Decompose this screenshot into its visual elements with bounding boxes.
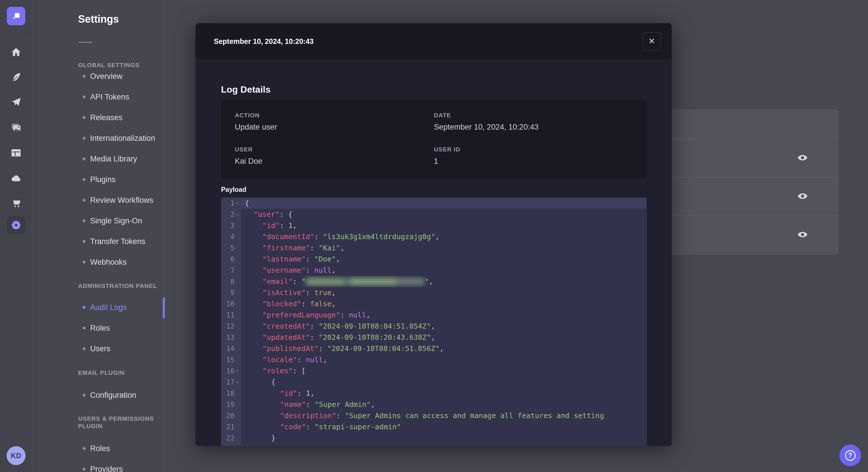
bullet-icon	[83, 96, 86, 98]
sidebar-item-audit-logs[interactable]: Audit Logs	[32, 297, 165, 318]
token-p: ,	[293, 222, 297, 230]
sidebar-item-roles[interactable]: Roles	[32, 438, 165, 459]
line-number-gutter: 18	[221, 388, 241, 399]
section-label: EMAIL PLUGIN	[78, 369, 165, 376]
rail-item-media-library[interactable]	[0, 118, 32, 136]
view-log-button[interactable]	[797, 229, 809, 241]
line-number: 11	[226, 311, 235, 319]
modal-title: September 10, 2024, 10:20:43	[214, 37, 313, 45]
line-number: 22	[226, 434, 235, 442]
code-content: "isActive": true,	[241, 287, 647, 298]
view-log-button[interactable]	[797, 152, 809, 164]
line-number-gutter: 9	[221, 287, 241, 298]
line-number-gutter: 7	[221, 265, 241, 276]
line-number: 16	[226, 367, 235, 375]
sidebar-item-label: Internationalization	[90, 134, 155, 143]
token-p: :	[280, 210, 288, 218]
token-p: [	[301, 367, 306, 375]
sidebar-item-single-sign-on[interactable]: Single Sign-On	[32, 210, 165, 231]
view-log-button[interactable]	[797, 191, 809, 203]
eye-icon	[797, 229, 809, 242]
rail-item-settings[interactable]	[7, 216, 25, 234]
log-details-modal: September 10, 2024, 10:20:43 ✕ Log Detai…	[195, 23, 672, 446]
payload-code-viewer[interactable]: 1{2"user": {3"id": 1,4"documentId": "ls3…	[221, 198, 647, 446]
line-number-gutter: 1	[221, 198, 241, 209]
line-number-gutter: 12	[221, 321, 241, 332]
fold-chevron-icon[interactable]	[235, 370, 240, 372]
close-button[interactable]: ✕	[643, 32, 661, 50]
sidebar-item-overview[interactable]: Overview	[32, 66, 165, 87]
fold-chevron-icon[interactable]	[235, 202, 240, 205]
code-line: 15"locale": null,	[221, 354, 647, 365]
line-number-gutter: 19	[221, 399, 241, 410]
bullet-icon	[83, 468, 86, 471]
home-icon	[10, 46, 22, 58]
code-line: 7"username": null,	[221, 265, 647, 276]
rail-item-cart[interactable]	[0, 194, 32, 212]
token-p: :	[306, 400, 315, 409]
line-number: 8	[230, 278, 235, 285]
help-button[interactable]: ?	[839, 444, 861, 466]
token-k: "id"	[280, 389, 297, 398]
detail-user-id: USER ID1	[434, 146, 633, 166]
token-b: true	[314, 289, 332, 297]
sidebar-item-api-tokens[interactable]: API Tokens	[32, 87, 165, 107]
sidebar-item-internationalization[interactable]: Internationalization	[32, 128, 165, 148]
line-number-gutter: 14	[221, 343, 241, 354]
user-avatar[interactable]: KD	[7, 446, 26, 465]
line-number: 17	[226, 378, 235, 386]
token-p: :	[310, 322, 319, 330]
code-content: "description": "Super Admins can access …	[241, 410, 647, 421]
token-s: "2024-09-10T08:04:51.056Z"	[327, 344, 439, 353]
token-p: :	[306, 289, 314, 297]
sidebar-item-releases[interactable]: Releases	[32, 107, 165, 128]
sidebar-item-providers[interactable]: Providers	[32, 459, 165, 472]
sidebar-item-roles[interactable]: Roles	[32, 318, 165, 338]
sidebar-item-review-workflows[interactable]: Review Workflows	[32, 190, 165, 210]
sidebar-item-media-library[interactable]: Media Library	[32, 148, 165, 169]
fold-chevron-icon[interactable]	[235, 381, 240, 384]
token-p: ,	[435, 233, 439, 241]
code-line: 9"isActive": true,	[221, 287, 647, 298]
sidebar-item-plugins[interactable]: Plugins	[32, 169, 165, 190]
strapi-logo-icon	[11, 11, 22, 22]
fold-chevron-icon[interactable]	[235, 213, 240, 216]
code-content: "code": "strapi-super-admin"	[241, 421, 647, 432]
code-line: 18"id": 1,	[221, 388, 647, 399]
line-number-gutter: 6	[221, 254, 241, 265]
detail-value: 1	[434, 157, 633, 166]
detail-label: USER	[235, 146, 434, 153]
sidebar-item-users[interactable]: Users	[32, 338, 165, 359]
sidebar-item-configuration[interactable]: Configuration	[32, 385, 165, 405]
token-p: {	[271, 378, 276, 386]
sidebar-item-transfer-tokens[interactable]: Transfer Tokens	[32, 231, 165, 252]
rail-item-cloud[interactable]	[0, 169, 32, 188]
detail-label: DATE	[434, 112, 633, 119]
code-line: 8"email": "",	[221, 276, 647, 287]
line-number-gutter: 13	[221, 332, 241, 343]
sidebar-item-webhooks[interactable]: Webhooks	[32, 252, 165, 272]
rail-item-paper-plane[interactable]	[0, 93, 32, 111]
token-k: "preferedLanguage"	[262, 311, 340, 319]
bullet-icon	[83, 261, 86, 264]
code-line: 5"firstname": "Kai",	[221, 242, 647, 254]
bullet-icon	[83, 306, 86, 309]
code-line: 20"description": "Super Admins can acces…	[221, 410, 647, 421]
strapi-logo[interactable]	[7, 7, 25, 25]
line-number: 15	[226, 356, 235, 364]
code-line: 23]	[221, 444, 647, 446]
token-k: "description"	[280, 411, 336, 420]
settings-sidebar: Settings GLOBAL SETTINGSOverviewAPI Toke…	[32, 0, 165, 472]
line-number: 21	[226, 423, 235, 431]
code-content: "username": null,	[241, 265, 647, 276]
question-mark-icon: ?	[845, 450, 856, 461]
rail-item-feather[interactable]	[0, 68, 32, 86]
token-k: "locale"	[262, 356, 297, 364]
code-content: "name": "Super Admin",	[241, 399, 647, 410]
code-line: 21"code": "strapi-super-admin"	[221, 421, 647, 432]
rail-item-home[interactable]	[0, 43, 32, 61]
feather-icon	[10, 71, 22, 83]
rail-item-layout[interactable]	[0, 144, 32, 162]
token-p: :	[301, 300, 310, 308]
bullet-icon	[83, 347, 86, 350]
